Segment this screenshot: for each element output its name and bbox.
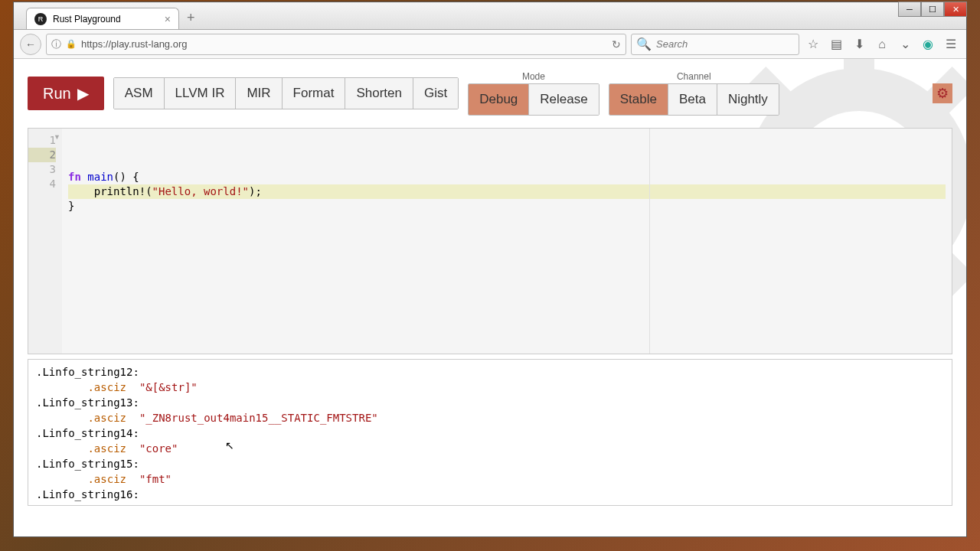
code-line[interactable]: println!("Hello, world!"); (68, 184, 946, 199)
channel-group: Channel StableBetaNightly (609, 71, 779, 116)
window-controls: ─ ☐ ✕ (898, 2, 967, 17)
output-line: .Linfo_string15: (36, 456, 944, 471)
asm-button[interactable]: ASM (114, 78, 164, 109)
url-input[interactable] (81, 38, 607, 50)
line-gutter: 1234 (28, 129, 62, 354)
mode-label: Mode (522, 71, 545, 82)
browser-window: R Rust Playground × + ← ⓘ 🔒 ↻ 🔍 ☆ ▤ ⬇ ⌂ … (13, 2, 967, 537)
search-box: 🔍 (631, 34, 799, 55)
url-bar: ← ⓘ 🔒 ↻ 🔍 ☆ ▤ ⬇ ⌂ ⌄ ◉ ☰ (14, 30, 966, 59)
mode-debug-button[interactable]: Debug (469, 84, 528, 115)
tab-strip: R Rust Playground × + (14, 2, 966, 30)
output-line: .Linfo_string13: (36, 395, 944, 410)
output-line: .asciz "core" (36, 441, 944, 456)
action-buttons: ASMLLVM IRMIRFormatShortenGist (113, 77, 459, 109)
svg-rect-4 (951, 166, 966, 197)
code-line[interactable]: fn main() { (68, 170, 946, 184)
channel-stable-button[interactable]: Stable (609, 84, 668, 115)
new-tab-button[interactable]: + (179, 7, 203, 29)
output-line: .Linfo_string14: (36, 425, 944, 441)
run-button[interactable]: Run ▶ (28, 77, 104, 110)
output-line: .asciz "&[&str]" (36, 380, 944, 395)
settings-gear-icon[interactable]: ⚙ (933, 83, 952, 103)
line-number: 4 (28, 177, 56, 191)
playground-toolbar: Run ▶ ASMLLVM IRMIRFormatShortenGist Mod… (14, 59, 966, 116)
url-input-wrap: ⓘ 🔒 ↻ (46, 34, 626, 55)
line-number: 3 (28, 162, 56, 177)
tab-close-icon[interactable]: × (165, 13, 171, 25)
shorten-button[interactable]: Shorten (345, 78, 413, 109)
tab-title: Rust Playground (53, 14, 121, 24)
output-line: .Linfo_string12: (36, 364, 944, 380)
run-label: Run (43, 85, 71, 103)
library-icon[interactable]: ▤ (827, 35, 845, 54)
pocket-icon[interactable]: ⌄ (896, 35, 914, 54)
code-editor[interactable]: ▼ 1234 fn main() { println!("Hello, worl… (28, 128, 952, 354)
page-content: Run ▶ ASMLLVM IRMIRFormatShortenGist Mod… (14, 59, 966, 536)
code-area[interactable]: fn main() { println!("Hello, world!");} (62, 129, 952, 354)
output-line: .Linfo_string16: (36, 487, 944, 502)
print-margin (649, 129, 650, 354)
menu-icon[interactable]: ☰ (942, 35, 960, 54)
format-button[interactable]: Format (282, 78, 345, 109)
maximize-button[interactable]: ☐ (921, 2, 944, 17)
line-number: 2 (28, 148, 56, 162)
play-icon: ▶ (77, 84, 89, 103)
channel-nightly-button[interactable]: Nightly (717, 84, 779, 115)
mode-group: Mode DebugRelease (468, 71, 599, 116)
mir-button[interactable]: MIR (235, 78, 281, 109)
channel-label: Channel (677, 71, 711, 82)
reload-icon[interactable]: ↻ (612, 38, 621, 51)
extension-icon[interactable]: ◉ (919, 35, 937, 54)
output-line: .asciz "_ZN8rust_out4main15__STATIC_FMTS… (36, 410, 944, 425)
channel-buttons: StableBetaNightly (609, 83, 779, 116)
browser-tab[interactable]: R Rust Playground × (26, 8, 179, 29)
channel-beta-button[interactable]: Beta (668, 84, 717, 115)
lock-icon: 🔒 (66, 39, 77, 49)
line-number: 1 (28, 133, 56, 148)
minimize-button[interactable]: ─ (898, 2, 921, 17)
search-icon: 🔍 (636, 37, 652, 51)
mode-buttons: DebugRelease (468, 83, 599, 116)
fold-marker-icon[interactable]: ▼ (54, 133, 60, 141)
info-icon[interactable]: ⓘ (51, 37, 61, 51)
output-line: .asciz "fmt" (36, 471, 944, 487)
llvm-ir-button[interactable]: LLVM IR (164, 78, 236, 109)
code-line[interactable]: } (68, 199, 946, 214)
gist-button[interactable]: Gist (413, 78, 458, 109)
search-input[interactable] (656, 38, 794, 50)
favicon-icon: R (34, 13, 47, 25)
bookmark-icon[interactable]: ☆ (804, 35, 822, 54)
home-icon[interactable]: ⌂ (873, 35, 891, 54)
output-panel[interactable]: .Linfo_string12: .asciz "&[&str]".Linfo_… (28, 359, 952, 506)
back-button[interactable]: ← (20, 34, 41, 55)
download-icon[interactable]: ⬇ (850, 35, 868, 54)
close-button[interactable]: ✕ (944, 2, 967, 17)
mode-release-button[interactable]: Release (528, 84, 598, 115)
